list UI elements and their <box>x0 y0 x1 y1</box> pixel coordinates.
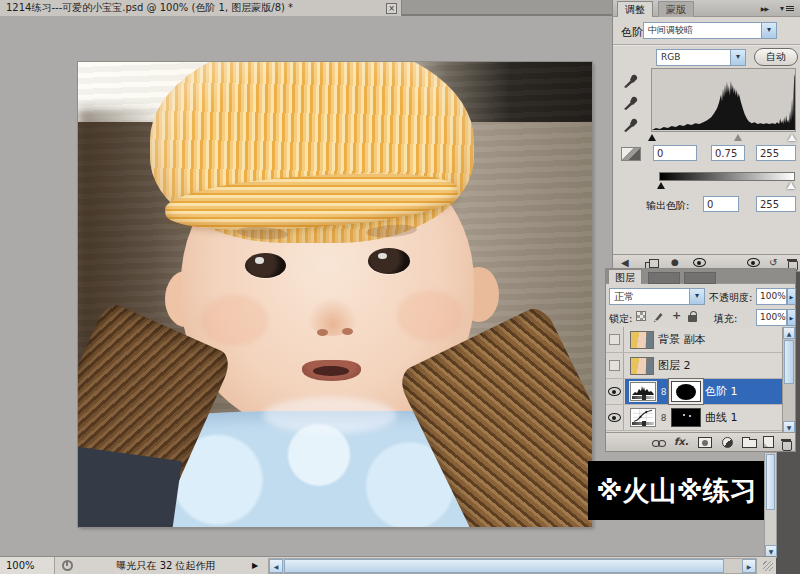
gray-point-eyedropper-icon[interactable] <box>623 94 639 110</box>
scrollbar-thumb[interactable] <box>784 340 794 384</box>
levels-adjustment-thumbnail[interactable] <box>630 382 656 401</box>
levels-histogram <box>651 68 796 132</box>
document-vertical-scrollbar[interactable]: ▼ <box>764 452 777 558</box>
tab-masks[interactable]: 蒙版 <box>658 1 694 17</box>
collapse-panel-icon[interactable]: ▶▶ <box>761 5 768 12</box>
output-highlight-slider[interactable] <box>787 182 795 189</box>
tab-paths[interactable] <box>684 272 716 284</box>
tab-adjustments[interactable]: 调整 <box>617 1 653 17</box>
divider <box>613 44 800 46</box>
shadow-input-field[interactable] <box>653 145 697 161</box>
add-layer-mask-icon[interactable] <box>698 437 712 448</box>
scrollbar-thumb[interactable] <box>766 454 775 510</box>
highlight-input-slider[interactable] <box>788 134 796 141</box>
scroll-right-icon[interactable]: ▶ <box>742 559 756 573</box>
gamma-input-field[interactable] <box>711 145 745 161</box>
layer-mask-thumbnail[interactable] <box>671 408 701 427</box>
new-group-icon[interactable] <box>742 439 757 448</box>
document-horizontal-scrollbar[interactable]: ◀ ▶ <box>268 558 757 574</box>
mask-link-icon[interactable]: 8 <box>660 387 667 397</box>
histogram-refresh-icon[interactable] <box>621 147 641 161</box>
chevron-down-icon[interactable]: ▾ <box>761 23 776 38</box>
output-highlight-field[interactable] <box>756 196 796 212</box>
visibility-off-icon <box>609 360 620 371</box>
layer-name: 曲线 1 <box>705 410 738 425</box>
scrollbar-thumb[interactable] <box>284 559 724 573</box>
highlight-input-field[interactable] <box>756 145 796 161</box>
toggle-visibility-icon[interactable] <box>693 258 706 267</box>
baby-collar <box>263 397 397 434</box>
link-layers-icon[interactable] <box>652 440 667 447</box>
levels-label: 色阶 <box>621 25 643 40</box>
photoshop-window: 1214练习---可爱的小宝宝.psd @ 100% (色阶 1, 图层蒙版/8… <box>0 0 800 574</box>
opacity-field[interactable]: 100% <box>756 288 787 305</box>
new-adjustment-layer-icon[interactable] <box>722 437 733 448</box>
layer-mask-thumbnail[interactable] <box>671 381 701 402</box>
lock-label: 锁定: <box>609 312 632 326</box>
canvas-baby-photo[interactable] <box>78 62 592 527</box>
view-previous-state-icon[interactable] <box>747 258 760 267</box>
blend-mode-value: 正常 <box>614 289 688 304</box>
midtone-input-slider[interactable] <box>734 134 742 141</box>
resize-grip <box>763 561 773 571</box>
output-levels-label: 输出色阶: <box>646 199 689 213</box>
back-arrow-icon[interactable]: ◀ <box>621 257 629 268</box>
blend-mode-dropdown[interactable]: 正常 ▾ <box>609 288 705 305</box>
zoom-level-field[interactable]: 100% <box>0 557 55 574</box>
chevron-down-icon[interactable]: ▾ <box>689 289 704 304</box>
shadow-input-slider[interactable] <box>648 134 656 141</box>
status-clock-icon <box>62 560 73 571</box>
layer-name: 色阶 1 <box>705 384 738 399</box>
scroll-left-icon[interactable]: ◀ <box>269 559 283 573</box>
lock-transparency-icon[interactable] <box>636 311 646 321</box>
layer-styles-icon[interactable]: fx. <box>674 436 689 447</box>
channel-dropdown[interactable]: RGB ▾ <box>656 49 746 66</box>
layer-row-curves-1[interactable]: 8 曲线 1 <box>606 405 795 431</box>
baby-eye-left <box>245 253 286 279</box>
layer-thumbnail[interactable] <box>630 357 654 375</box>
visibility-toggle[interactable] <box>606 379 624 404</box>
levels-preset-value: 中间调较暗 <box>648 23 760 38</box>
opacity-arrow-icon[interactable]: ▶ <box>787 288 796 305</box>
new-adjustment-icon[interactable]: ● <box>671 257 679 267</box>
tab-layers[interactable]: 图层 <box>608 269 642 284</box>
baby-cheek-left <box>201 295 268 346</box>
fill-field[interactable]: 100% <box>756 309 787 326</box>
output-shadow-field[interactable] <box>703 196 739 212</box>
status-menu-arrow-icon[interactable]: ▶ <box>252 557 258 574</box>
adjustments-panel: 调整 蒙版 ▶▶ ▾ 色阶 中间调较暗 ▾ RGB ▾ 自动 <box>612 0 800 272</box>
chevron-down-icon[interactable]: ▾ <box>730 50 745 65</box>
lock-move-icon[interactable]: + <box>672 311 681 321</box>
reset-icon[interactable]: ↺ <box>769 257 777 268</box>
auto-button[interactable]: 自动 <box>754 48 798 66</box>
layer-row-layer-2[interactable]: 图层 2 <box>606 353 795 379</box>
tab-channels[interactable] <box>648 272 680 284</box>
lock-paint-icon[interactable] <box>653 310 665 322</box>
panel-menu-icon[interactable]: ▾ <box>780 4 794 13</box>
curves-adjustment-thumbnail[interactable] <box>630 408 656 427</box>
layers-panel-tabs: 图层 <box>606 269 795 284</box>
new-layer-icon[interactable] <box>763 436 774 448</box>
levels-preset-dropdown[interactable]: 中间调较暗 ▾ <box>643 22 777 39</box>
document-tab[interactable]: 1214练习---可爱的小宝宝.psd @ 100% (色阶 1, 图层蒙版/8… <box>0 0 402 16</box>
visibility-toggle[interactable] <box>606 405 624 430</box>
visibility-toggle[interactable] <box>606 353 624 378</box>
output-shadow-slider[interactable] <box>657 182 665 189</box>
watermark-text: ※火山※练习 <box>588 461 765 520</box>
layer-row-levels-1[interactable]: 8 色阶 1 <box>606 379 795 405</box>
output-levels-gradient <box>659 172 795 181</box>
layers-scrollbar[interactable]: ▲ ▼ <box>782 327 795 433</box>
mask-link-icon[interactable]: 8 <box>660 413 667 423</box>
lock-all-icon[interactable] <box>688 315 697 322</box>
delete-layer-icon[interactable] <box>781 437 791 449</box>
layer-list: 背景 副本 图层 2 8 色阶 <box>606 327 795 433</box>
black-point-eyedropper-icon[interactable] <box>623 72 639 88</box>
white-point-eyedropper-icon[interactable] <box>623 116 639 132</box>
layer-row-background-copy[interactable]: 背景 副本 <box>606 327 795 353</box>
close-icon[interactable]: × <box>386 3 397 14</box>
layer-thumbnail[interactable] <box>630 331 654 349</box>
visibility-toggle[interactable] <box>606 327 624 352</box>
visibility-off-icon <box>609 334 620 345</box>
scroll-up-icon[interactable]: ▲ <box>783 327 795 339</box>
fill-arrow-icon[interactable]: ▶ <box>787 309 796 326</box>
